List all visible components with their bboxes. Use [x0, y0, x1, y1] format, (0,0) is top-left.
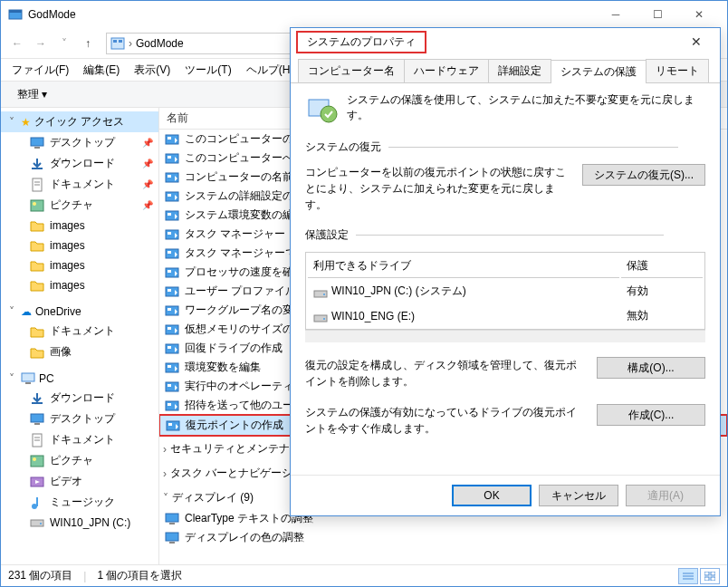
quick-access-header[interactable]: ˅★クイック アクセス [1, 111, 158, 132]
control-panel-item-icon [165, 303, 179, 318]
pc-item[interactable]: ダウンロード [1, 388, 158, 409]
control-panel-icon [110, 36, 125, 51]
dialog-tab[interactable]: システムの保護 [551, 60, 647, 83]
svg-rect-17 [34, 423, 40, 425]
svg-rect-60 [168, 423, 172, 426]
nav-pane[interactable]: ˅★クイック アクセス デスクトップ📌ダウンロード📌ドキュメント📌ピクチャ📌im… [1, 108, 159, 564]
create-desc: システムの保護が有効になっているドライブの復元ポイントを今すぐ作成します。 [305, 404, 586, 437]
svg-point-28 [40, 523, 42, 524]
menu-file[interactable]: ファイル(F) [5, 59, 76, 82]
qa-item[interactable]: ドキュメント📌 [1, 174, 158, 195]
configure-button[interactable]: 構成(O)... [597, 357, 705, 379]
qa-item[interactable]: ダウンロード📌 [1, 153, 158, 174]
svg-rect-68 [704, 572, 709, 575]
control-panel-item-icon [165, 208, 179, 223]
recent-dropdown[interactable]: ˅ [53, 33, 75, 54]
icons-view-button[interactable] [700, 568, 720, 584]
svg-rect-69 [711, 572, 715, 575]
col-drive[interactable]: 利用できるドライブ [308, 255, 619, 278]
svg-rect-3 [113, 40, 117, 43]
control-panel-item-icon [165, 246, 179, 261]
breadcrumb-item[interactable]: GodMode [136, 37, 184, 50]
svg-rect-52 [168, 346, 171, 349]
table-scrollbar[interactable] [305, 330, 705, 342]
list-item[interactable]: ディスプレイの色の調整 [159, 528, 727, 547]
minimize-button[interactable]: ─ [595, 1, 637, 28]
chevron-icon: ˅ [163, 492, 168, 505]
svg-rect-38 [168, 213, 171, 216]
pc-item[interactable]: ビデオ [1, 471, 158, 492]
onedrive-item[interactable]: ドキュメント [1, 321, 158, 342]
status-bar: 231 個の項目 | 1 個の項目を選択 [1, 564, 727, 586]
svg-rect-11 [31, 200, 43, 211]
maximize-button[interactable]: ☐ [637, 1, 678, 28]
svg-rect-58 [168, 403, 171, 406]
onedrive-header[interactable]: ˅☁OneDrive [1, 303, 158, 321]
menu-edit[interactable]: 編集(E) [76, 59, 127, 82]
restore-desc: コンピューターを以前の復元ポイントの状態に戻すことにより、システムに加えられた変… [305, 164, 571, 213]
pc-item[interactable]: ピクチャ [1, 450, 158, 471]
shield-restore-icon [305, 92, 338, 125]
svg-rect-63 [166, 533, 178, 541]
menu-tools[interactable]: ツール(T) [177, 59, 238, 82]
desktop-icon [30, 412, 44, 427]
svg-rect-42 [168, 251, 171, 254]
up-button[interactable]: ↑ [77, 33, 99, 54]
folder-icon [30, 278, 44, 293]
onedrive-item[interactable]: 画像 [1, 342, 158, 362]
display-icon [165, 531, 179, 545]
control-panel-item-icon [165, 399, 179, 413]
pc-item[interactable]: ドキュメント [1, 429, 158, 450]
pin-icon: 📌 [142, 200, 153, 210]
ok-button[interactable]: OK [452, 485, 532, 506]
dialog-tab[interactable]: リモート [646, 59, 709, 82]
create-button[interactable]: 作成(C)... [597, 404, 705, 426]
cancel-button[interactable]: キャンセル [539, 485, 618, 506]
qa-item[interactable]: images [1, 255, 158, 275]
svg-point-77 [323, 318, 325, 320]
item-count: 231 個の項目 [8, 568, 72, 583]
dialog-tab[interactable]: 詳細設定 [488, 59, 551, 82]
back-button[interactable]: ← [6, 33, 28, 54]
svg-rect-71 [711, 577, 715, 581]
control-panel-item-icon [165, 361, 179, 375]
qa-item[interactable]: images [1, 216, 158, 236]
details-view-button[interactable] [678, 568, 698, 584]
selection-count: 1 個の項目を選択 [97, 568, 182, 583]
breadcrumb-sep: › [129, 37, 132, 50]
dialog-tab[interactable]: コンピューター名 [298, 59, 405, 82]
qa-item[interactable]: images [1, 275, 158, 295]
organize-menu[interactable]: 整理 ▾ [8, 85, 56, 104]
qa-item[interactable]: デスクトップ📌 [1, 132, 158, 153]
dialog-tab[interactable]: ハードウェア [404, 59, 489, 82]
download-icon [30, 157, 44, 171]
svg-rect-36 [168, 194, 171, 197]
drive-row[interactable]: WIN10_ENG (E:)無効 [308, 304, 703, 327]
dialog-close-button[interactable]: ✕ [678, 34, 714, 49]
qa-item[interactable]: ピクチャ📌 [1, 195, 158, 216]
folder-icon [30, 238, 44, 253]
control-panel-item-icon [166, 419, 180, 433]
titlebar: GodMode ─ ☐ ✕ [1, 1, 727, 28]
svg-rect-46 [168, 289, 171, 292]
qa-item[interactable]: images [1, 236, 158, 255]
col-protection[interactable]: 保護 [621, 255, 703, 278]
svg-rect-14 [25, 382, 31, 384]
folder-icon [30, 345, 44, 360]
pc-item[interactable]: デスクトップ [1, 409, 158, 429]
svg-rect-5 [31, 138, 43, 146]
menu-view[interactable]: 表示(V) [127, 59, 177, 82]
svg-rect-30 [168, 137, 171, 140]
configure-desc: 復元の設定を構成し、ディスク領域を管理して、復元ポイントを削除します。 [305, 357, 586, 390]
drive-row[interactable]: WIN10_JPN (C:) (システム)有効 [308, 280, 703, 303]
pc-item[interactable]: WIN10_JPN (C:) [1, 513, 158, 533]
pc-header[interactable]: ˅PC [1, 370, 158, 388]
star-icon: ★ [21, 116, 31, 129]
close-button[interactable]: ✕ [678, 1, 720, 28]
system-restore-button[interactable]: システムの復元(S)... [582, 164, 705, 186]
svg-rect-44 [168, 270, 171, 273]
drives-table[interactable]: 利用できるドライブ保護 WIN10_JPN (C:) (システム)有効WIN10… [305, 252, 705, 330]
pc-item[interactable]: ミュージック [1, 492, 158, 513]
drive-icon [30, 515, 44, 530]
system-properties-dialog: システムのプロパティ ✕ コンピューター名ハードウェア詳細設定システムの保護リモ… [290, 27, 721, 516]
